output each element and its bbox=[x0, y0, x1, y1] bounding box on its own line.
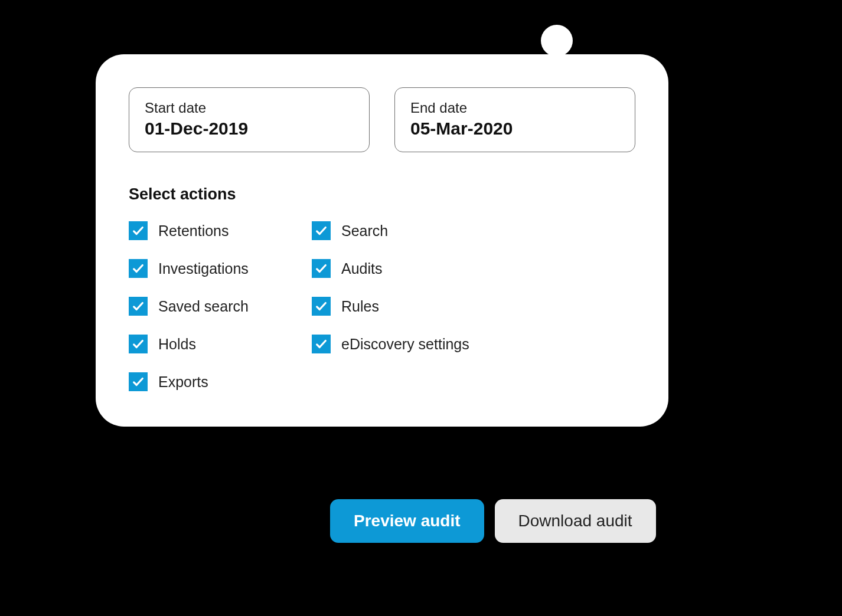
date-range-row: Start date 01-Dec-2019 End date 05-Mar-2… bbox=[129, 87, 635, 152]
end-date-label: End date bbox=[410, 100, 619, 116]
check-icon bbox=[312, 221, 331, 240]
action-buttons: Preview audit Download audit bbox=[330, 499, 656, 543]
checkbox-label: Saved search bbox=[158, 298, 249, 315]
checkbox-item-ediscovery-settings[interactable]: eDiscovery settings bbox=[312, 335, 635, 353]
check-icon bbox=[312, 297, 331, 316]
checkbox-item-search[interactable]: Search bbox=[312, 221, 635, 240]
decorative-circle bbox=[541, 25, 573, 57]
checkbox-label: Investigations bbox=[158, 260, 249, 277]
check-icon bbox=[129, 372, 148, 391]
checkbox-item-audits[interactable]: Audits bbox=[312, 259, 635, 278]
start-date-value: 01-Dec-2019 bbox=[145, 119, 354, 139]
checkbox-item-rules[interactable]: Rules bbox=[312, 297, 635, 316]
checkbox-label: Audits bbox=[341, 260, 382, 277]
audit-config-panel: Start date 01-Dec-2019 End date 05-Mar-2… bbox=[96, 54, 668, 427]
checkbox-label: Exports bbox=[158, 373, 208, 391]
start-date-field[interactable]: Start date 01-Dec-2019 bbox=[129, 87, 370, 152]
checkbox-item-investigations[interactable]: Investigations bbox=[129, 259, 306, 278]
download-audit-button[interactable]: Download audit bbox=[495, 499, 656, 543]
check-icon bbox=[129, 335, 148, 353]
checkbox-label: Rules bbox=[341, 298, 379, 315]
checkbox-item-saved-search[interactable]: Saved search bbox=[129, 297, 306, 316]
checkbox-item-retentions[interactable]: Retentions bbox=[129, 221, 306, 240]
end-date-field[interactable]: End date 05-Mar-2020 bbox=[394, 87, 635, 152]
check-icon bbox=[312, 259, 331, 278]
checkbox-label: Retentions bbox=[158, 222, 229, 240]
select-actions-heading: Select actions bbox=[129, 185, 635, 204]
checkbox-label: eDiscovery settings bbox=[341, 336, 469, 353]
checkbox-label: Search bbox=[341, 222, 388, 240]
check-icon bbox=[129, 259, 148, 278]
actions-grid: Retentions Search Investigations Audits bbox=[129, 221, 635, 391]
preview-audit-button[interactable]: Preview audit bbox=[330, 499, 484, 543]
check-icon bbox=[129, 297, 148, 316]
checkbox-item-exports[interactable]: Exports bbox=[129, 372, 306, 391]
start-date-label: Start date bbox=[145, 100, 354, 116]
check-icon bbox=[312, 335, 331, 353]
checkbox-label: Holds bbox=[158, 336, 196, 353]
check-icon bbox=[129, 221, 148, 240]
end-date-value: 05-Mar-2020 bbox=[410, 119, 619, 139]
checkbox-item-holds[interactable]: Holds bbox=[129, 335, 306, 353]
